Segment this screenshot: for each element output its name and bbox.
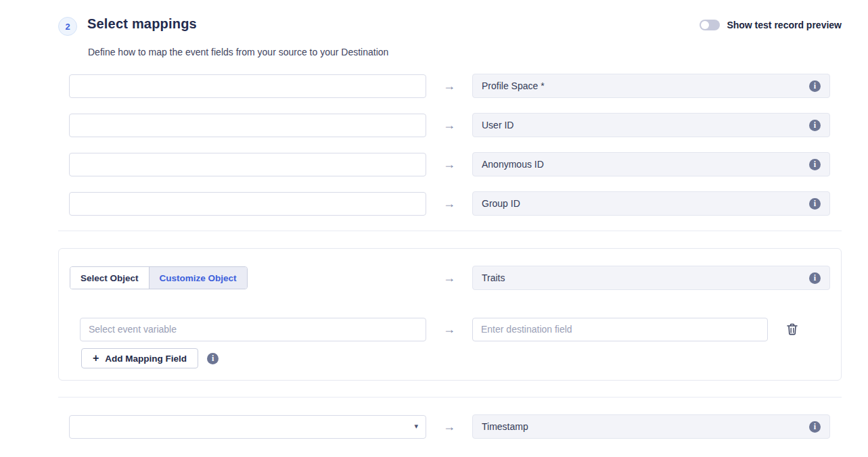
info-icon[interactable]: i	[809, 272, 821, 284]
arrow-right-icon: →	[426, 197, 472, 211]
arrow-right-icon: →	[426, 118, 472, 133]
arrow-right-icon: →	[426, 79, 472, 93]
destination-field-traits: Traits i	[472, 266, 830, 290]
arrow-right-icon: →	[426, 322, 472, 337]
traits-header-row: Select Object Customize Object → Traits …	[70, 266, 830, 290]
mapping-row-anonymous-id: → Anonymous ID i	[58, 152, 842, 176]
source-field-input-profile-space[interactable]	[69, 74, 426, 98]
destination-label: User ID	[482, 120, 513, 130]
destination-field-anonymous-id: Anonymous ID i	[472, 152, 830, 176]
tab-customize-object[interactable]: Customize Object	[150, 267, 247, 289]
timestamp-source-select-wrap: ▾	[69, 415, 426, 439]
plus-icon: +	[93, 353, 99, 364]
mapping-row-user-id: → User ID i	[58, 113, 842, 137]
destination-field-timestamp: Timestamp i	[472, 414, 830, 439]
destination-label: Timestamp	[482, 421, 528, 432]
destination-field-group-id: Group ID i	[472, 191, 830, 216]
info-icon[interactable]: i	[207, 353, 219, 364]
add-mapping-field-button[interactable]: + Add Mapping Field	[81, 348, 198, 368]
traits-mapping-panel: Select Object Customize Object → Traits …	[58, 248, 842, 381]
test-record-preview-toggle-group: Show test record preview	[700, 20, 842, 30]
source-field-input-group-id[interactable]	[69, 192, 426, 216]
info-icon[interactable]: i	[809, 198, 821, 210]
toggle-knob	[701, 21, 709, 29]
info-icon[interactable]: i	[809, 80, 821, 92]
arrow-right-icon: →	[426, 271, 472, 285]
destination-label: Traits	[482, 272, 505, 283]
arrow-right-icon: →	[426, 158, 472, 172]
mapping-row-timestamp: ▾ → Timestamp i	[58, 414, 842, 439]
mapping-row-profile-space: → Profile Space * i	[58, 74, 842, 98]
destination-field-input[interactable]	[472, 318, 768, 341]
timestamp-source-select[interactable]	[69, 415, 426, 439]
select-mappings-page: 2 Select mappings Show test record previ…	[0, 0, 868, 457]
show-test-record-preview-toggle[interactable]	[700, 20, 720, 30]
header: 2 Select mappings Show test record previ…	[58, 16, 842, 36]
custom-mapping-row: →	[70, 317, 830, 341]
add-mapping-row: + Add Mapping Field i	[81, 348, 830, 368]
destination-label: Anonymous ID	[482, 159, 544, 170]
destination-field-user-id: User ID i	[472, 113, 830, 137]
arrow-right-icon: →	[426, 420, 472, 434]
toggle-label: Show test record preview	[727, 20, 842, 30]
step-number-badge: 2	[58, 17, 77, 36]
info-icon[interactable]: i	[809, 120, 821, 131]
add-mapping-field-label: Add Mapping Field	[105, 354, 187, 364]
object-mode-tabs-wrap: Select Object Customize Object	[70, 266, 426, 289]
trash-icon	[787, 323, 798, 335]
object-mode-tabs: Select Object Customize Object	[70, 266, 248, 289]
page-subtitle: Define how to map the event fields from …	[88, 47, 842, 57]
source-field-input-anonymous-id[interactable]	[69, 153, 426, 176]
destination-field-profile-space: Profile Space * i	[472, 74, 830, 98]
info-icon[interactable]: i	[809, 421, 821, 433]
destination-label: Profile Space *	[482, 80, 545, 91]
page-title: Select mappings	[87, 16, 197, 32]
mapping-row-group-id: → Group ID i	[58, 191, 842, 216]
event-variable-input[interactable]	[80, 318, 426, 341]
delete-mapping-button[interactable]	[787, 323, 798, 335]
source-field-input-user-id[interactable]	[69, 114, 426, 137]
content-area: 2 Select mappings Show test record previ…	[58, 0, 842, 439]
simple-mappings-list: → Profile Space * i → User ID i → Anonym…	[58, 74, 842, 216]
section-divider	[58, 397, 842, 398]
tab-select-object[interactable]: Select Object	[70, 267, 150, 289]
info-icon[interactable]: i	[809, 159, 821, 170]
destination-label: Group ID	[482, 198, 520, 209]
section-divider	[58, 231, 842, 231]
